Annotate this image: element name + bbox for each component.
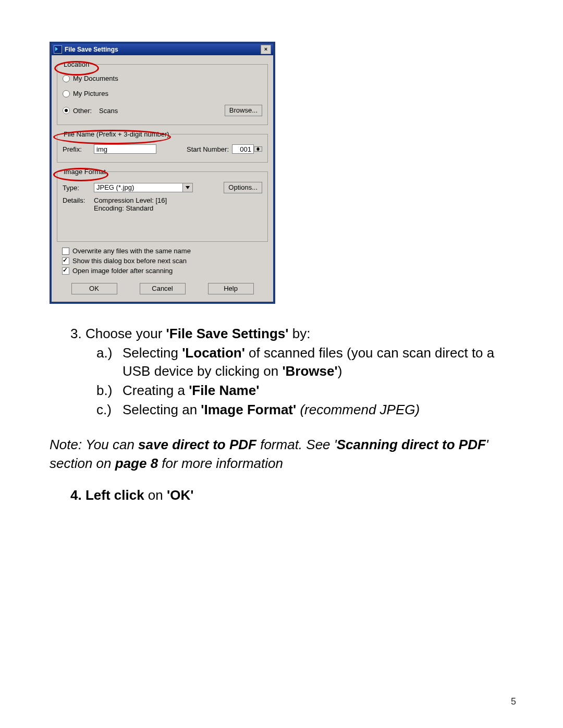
details-label: Details: bbox=[63, 196, 94, 204]
label-my-documents: My Documents bbox=[73, 75, 118, 82]
label-open-folder: Open image folder after scanning bbox=[72, 267, 173, 275]
type-value: JPEG (*.jpg) bbox=[94, 183, 182, 192]
instruction-text: 3. Choose your 'File Save Settings' by: … bbox=[50, 325, 516, 504]
file-save-settings-dialog: File Save Settings × Location My Documen… bbox=[52, 44, 273, 302]
checkbox-open-folder[interactable] bbox=[62, 267, 69, 275]
checkbox-overwrite[interactable] bbox=[62, 248, 69, 255]
page-number: 5 bbox=[511, 696, 516, 707]
other-value: Scans bbox=[99, 107, 225, 115]
options-button[interactable]: Options... bbox=[224, 182, 262, 193]
label-other: Other: bbox=[73, 107, 99, 115]
label-show-dialog: Show this dialog box before next scan bbox=[72, 257, 187, 265]
filename-legend: File Name (Prefix + 3-digit number) bbox=[63, 130, 170, 138]
cancel-button[interactable]: Cancel bbox=[140, 283, 186, 294]
radio-my-pictures[interactable] bbox=[63, 90, 70, 97]
location-legend: Location bbox=[63, 60, 90, 68]
app-icon bbox=[54, 45, 62, 54]
prefix-label: Prefix: bbox=[63, 145, 94, 153]
dialog-title: File Save Settings bbox=[65, 46, 118, 53]
close-icon[interactable]: × bbox=[261, 45, 271, 54]
details-text: Compression Level: [16] Encoding: Standa… bbox=[94, 196, 167, 212]
radio-other[interactable] bbox=[63, 107, 70, 114]
location-group: Location My Documents My Pictures Other:… bbox=[57, 60, 268, 125]
start-number-label: Start Number: bbox=[187, 145, 229, 153]
label-my-pictures: My Pictures bbox=[73, 90, 108, 97]
ok-button[interactable]: OK bbox=[71, 283, 117, 294]
help-button[interactable]: Help bbox=[208, 283, 254, 294]
image-format-group: Image Format Type: JPEG (*.jpg) Options.… bbox=[57, 168, 268, 242]
filename-group: File Name (Prefix + 3-digit number) Pref… bbox=[57, 130, 268, 163]
checkbox-show-dialog[interactable] bbox=[62, 257, 69, 265]
prefix-input[interactable] bbox=[94, 144, 156, 154]
start-number-input[interactable] bbox=[232, 144, 254, 154]
label-overwrite: Overwrite any files with the same name bbox=[72, 247, 191, 255]
start-number-spinner[interactable] bbox=[254, 146, 262, 152]
image-format-legend: Image Format bbox=[63, 168, 107, 176]
file-save-settings-screenshot: File Save Settings × Location My Documen… bbox=[50, 42, 275, 304]
type-label: Type: bbox=[63, 184, 94, 192]
type-select[interactable]: JPEG (*.jpg) bbox=[94, 183, 193, 192]
dialog-titlebar: File Save Settings × bbox=[52, 44, 273, 55]
radio-my-documents[interactable] bbox=[63, 75, 70, 82]
browse-button[interactable]: Browse... bbox=[225, 105, 262, 116]
chevron-down-icon bbox=[182, 183, 193, 192]
